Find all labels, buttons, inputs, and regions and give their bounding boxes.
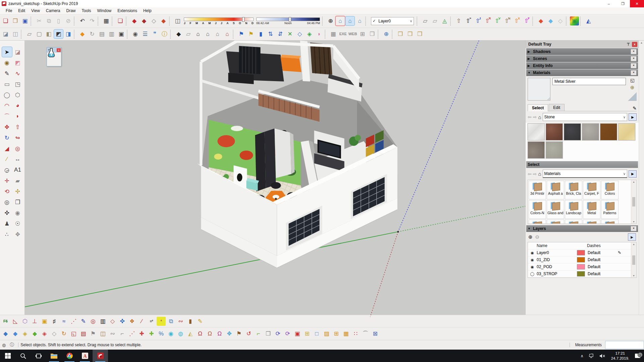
folder-glass[interactable]: Glass and: [547, 200, 564, 219]
hash-marks-tool[interactable]: ♯: [50, 317, 59, 326]
details-arrow-icon[interactable]: ▶: [628, 233, 636, 241]
dark-tool-icon[interactable]: ◆: [174, 29, 183, 39]
dot-curve-tool[interactable]: ⋰: [127, 329, 137, 338]
segment-line-tool[interactable]: ⋰: [69, 317, 78, 326]
pink-granite[interactable]: [528, 141, 545, 159]
image-export-icon[interactable]: ▦: [329, 29, 338, 39]
model-canvas[interactable]: [25, 41, 525, 317]
secondary-pane-icon[interactable]: ◱: [630, 78, 634, 83]
flag-blue-icon[interactable]: ⚑: [237, 29, 246, 39]
plugin-box-4[interactable]: ◆: [159, 16, 168, 25]
orbit-tool[interactable]: ⟲: [2, 186, 12, 196]
green-steps-tool[interactable]: ⌐: [254, 329, 263, 338]
move4-blue-tool[interactable]: ✥: [225, 329, 234, 338]
chrome-icon[interactable]: [62, 350, 77, 362]
home-icon[interactable]: ⌂: [538, 171, 541, 177]
folder-3d-printing[interactable]: 3d Printir: [529, 181, 546, 199]
flag-yellow-icon[interactable]: ⚑: [247, 29, 256, 39]
hatch-fine-tool[interactable]: ▦: [341, 329, 351, 338]
details-arrow-icon[interactable]: ▶: [629, 113, 637, 121]
back-arrow-icon[interactable]: ⇦: [528, 171, 532, 177]
sort-down-icon[interactable]: ⇵: [276, 29, 285, 39]
refresh-scene[interactable]: ↻: [88, 29, 97, 39]
layer-color-swatch[interactable]: [577, 264, 585, 269]
layers-scrollbar[interactable]: ▲▼: [631, 242, 636, 278]
plugin-box-3[interactable]: ◇: [149, 16, 158, 25]
lined-rect-tool[interactable]: ▤: [79, 329, 88, 338]
wave-arrows-tool[interactable]: ≈: [59, 317, 68, 326]
protractor-tool[interactable]: ◶: [2, 165, 12, 175]
minimize-button[interactable]: –: [602, 0, 616, 7]
rotate-red-tool[interactable]: ↺: [244, 329, 253, 338]
print[interactable]: ▦: [102, 16, 111, 25]
cube-red-icon[interactable]: ◆: [536, 16, 545, 25]
brown-granite[interactable]: [546, 123, 563, 140]
camera-icon[interactable]: ▣: [117, 29, 126, 39]
style-xray[interactable]: ◫: [11, 29, 20, 39]
hidden-icons-chevron[interactable]: ∧: [578, 354, 586, 358]
autocad-icon[interactable]: A: [77, 350, 93, 362]
sort-up-icon[interactable]: ⇅: [266, 29, 275, 39]
kite-green-icon[interactable]: ◈: [305, 29, 314, 39]
remove-layer-button[interactable]: ⊖: [535, 234, 540, 240]
diamond-hash-tool[interactable]: ◆: [1, 329, 10, 338]
bent-line-tool[interactable]: ⌐: [118, 329, 127, 338]
model-info[interactable]: ❏: [116, 16, 125, 25]
hook-dots-tool[interactable]: Ω: [215, 329, 224, 338]
instructor[interactable]: ◆: [78, 29, 87, 39]
paintbrush-tool[interactable]: ✎: [196, 317, 205, 326]
pencil-pad-tool[interactable]: ✎: [79, 317, 88, 326]
dimension-tool[interactable]: ↔: [13, 154, 23, 164]
cube-blue-icon[interactable]: ◆: [546, 16, 555, 25]
stacked-squares-tool[interactable]: ⧉: [166, 317, 175, 326]
f6-tool[interactable]: F6: [1, 317, 10, 326]
home-icon[interactable]: ⌂: [194, 29, 203, 39]
layer-arrow-v[interactable]: ⇧V: [493, 16, 502, 25]
paste[interactable]: ▯: [54, 16, 63, 25]
prism-tool[interactable]: ◭: [186, 329, 195, 338]
plugin-box-2[interactable]: ◆: [140, 16, 149, 25]
style-monochrome[interactable]: ◨: [64, 29, 73, 39]
cube-flap-tool[interactable]: ❒: [264, 329, 273, 338]
green-granite[interactable]: [546, 141, 563, 159]
khaki-cube-2[interactable]: ❒: [406, 29, 415, 39]
geolocation-icon[interactable]: ◍: [2, 343, 6, 348]
lines-squared-tool[interactable]: ≡²: [147, 317, 156, 326]
house-model[interactable]: [197, 41, 397, 268]
model-viewport[interactable]: T... x: [25, 41, 525, 315]
scene-update[interactable]: ▥: [107, 29, 116, 39]
inspect-lines-tool[interactable]: ◎: [89, 317, 98, 326]
point-arrows-tool[interactable]: ✜: [118, 317, 127, 326]
diamond-white-grid-tool[interactable]: ◇: [50, 329, 59, 338]
plus-green-tool[interactable]: ✚: [147, 329, 156, 338]
layer-arrow-j[interactable]: ⇧J: [474, 16, 483, 25]
north-arrow[interactable]: ⊕: [326, 16, 335, 25]
hook-x-tool[interactable]: Ω: [205, 329, 214, 338]
floating-toolbar-close[interactable]: x: [57, 48, 61, 52]
kite-wire-tool[interactable]: ◇: [108, 317, 117, 326]
maximize-button[interactable]: ❐: [616, 0, 630, 7]
edit[interactable]: Edit: [15, 8, 28, 14]
entity-info[interactable]: ▶ Entity Info ×: [526, 62, 638, 69]
style-back-edges[interactable]: ◪: [1, 29, 10, 39]
layer-dropdown[interactable]: ✓ Layer0 ∨: [371, 17, 414, 25]
view[interactable]: View: [28, 8, 43, 14]
collapse-arrow-icon[interactable]: ▼: [528, 227, 533, 230]
kite-blue-icon[interactable]: ◇: [295, 29, 304, 39]
chart-box-tool[interactable]: ▥: [98, 317, 107, 326]
floating-toolbar[interactable]: T... x: [47, 47, 61, 66]
slash-tool[interactable]: ∕: [137, 317, 146, 326]
layer-row[interactable]: ◉ 01_ZID Default ✎: [528, 256, 631, 263]
orange-hook-tool[interactable]: ↻: [59, 329, 68, 338]
scene-add[interactable]: ▤: [97, 29, 106, 39]
barrel-tool[interactable]: ▮: [186, 317, 195, 326]
circle-tool[interactable]: ◯: [2, 90, 12, 100]
shadow-on-ground[interactable]: ⌂: [336, 16, 345, 25]
chat-icon[interactable]: ❞: [150, 29, 159, 39]
shadow-date-slider[interactable]: JFMAMJJASOND: [184, 17, 254, 25]
visibility-eye-icon[interactable]: ◉: [528, 265, 537, 269]
task-view-button[interactable]: [31, 350, 46, 362]
tiles-percent-tool[interactable]: %: [157, 329, 166, 338]
folder-metal[interactable]: Metal: [583, 200, 600, 219]
web-icon[interactable]: WEB: [348, 29, 357, 39]
